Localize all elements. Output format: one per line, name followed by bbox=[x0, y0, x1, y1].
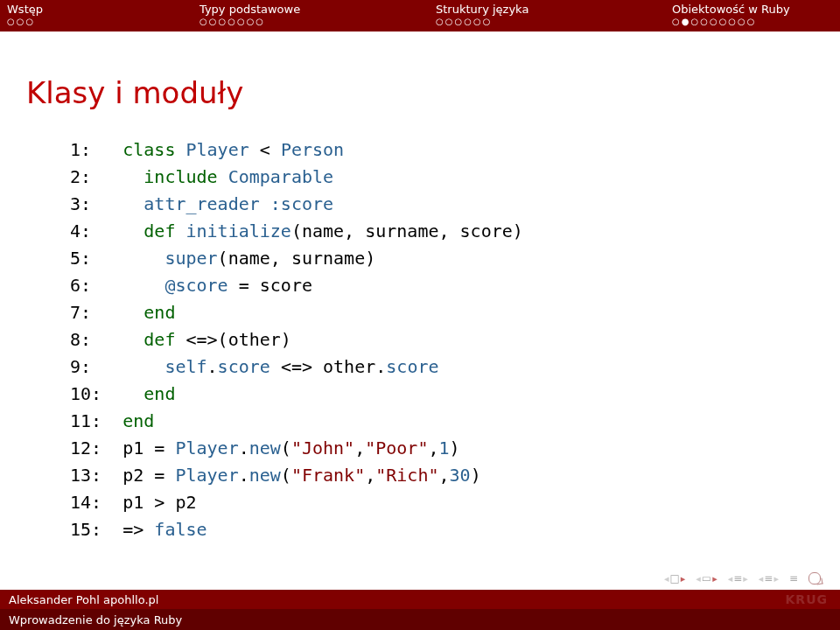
footer-author: Aleksander Pohl apohllo.pl bbox=[9, 593, 158, 606]
slide-footer: Aleksander Pohl apohllo.pl KRUG Wprowadz… bbox=[0, 590, 840, 630]
code-block: 1: class Player < Person 2: include Comp… bbox=[70, 136, 840, 543]
nav-prev-frame[interactable]: ◂▭▸ bbox=[696, 572, 717, 584]
nav-progress-dots: ○○○○○○ bbox=[436, 18, 492, 26]
nav-label: Wstęp bbox=[7, 4, 43, 18]
nav-section-obiektowosc[interactable]: Obiektowość w Ruby ○●○○○○○○○ bbox=[672, 4, 840, 26]
beamer-nav-controls: ◂□▸ ◂▭▸ ◂≡▸ ◂≡▸ ≡ bbox=[664, 572, 821, 584]
footer-brand: KRUG bbox=[786, 592, 829, 606]
nav-label: Struktury języka bbox=[436, 4, 528, 18]
nav-prev-slide[interactable]: ◂□▸ bbox=[664, 572, 685, 584]
nav-section-typy[interactable]: Typy podstawowe ○○○○○○○ bbox=[200, 4, 436, 26]
nav-progress-dots: ○●○○○○○○○ bbox=[672, 18, 757, 26]
nav-section-struktury[interactable]: Struktury języka ○○○○○○ bbox=[436, 4, 672, 26]
nav-progress-dots: ○○○ bbox=[7, 18, 35, 26]
footer-subtitle: Wprowadzenie do języka Ruby bbox=[9, 613, 182, 626]
footer-author-bar: Aleksander Pohl apohllo.pl KRUG bbox=[0, 590, 840, 609]
nav-progress-dots: ○○○○○○○ bbox=[200, 18, 265, 26]
nav-end[interactable]: ≡ bbox=[789, 572, 798, 584]
slide-header: Wstęp ○○○ Typy podstawowe ○○○○○○○ Strukt… bbox=[0, 0, 840, 32]
slide-title: Klasy i moduły bbox=[26, 75, 840, 110]
nav-label: Typy podstawowe bbox=[200, 4, 300, 18]
footer-subtitle-bar: Wprowadzenie do języka Ruby bbox=[0, 609, 840, 630]
nav-prev-section[interactable]: ◂≡▸ bbox=[728, 572, 748, 584]
nav-label: Obiektowość w Ruby bbox=[672, 4, 790, 18]
nav-search-icon[interactable] bbox=[808, 572, 821, 584]
nav-next-section[interactable]: ◂≡▸ bbox=[759, 572, 779, 584]
nav-section-wstep[interactable]: Wstęp ○○○ bbox=[7, 4, 200, 26]
